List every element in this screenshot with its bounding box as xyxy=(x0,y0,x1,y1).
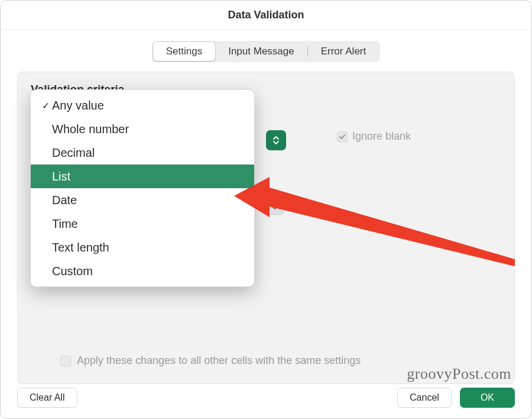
allow-option-custom[interactable]: Custom xyxy=(31,259,254,283)
apply-changes-label: Apply these changes to all other cells w… xyxy=(77,354,361,367)
allow-option-label: List xyxy=(52,170,70,183)
allow-option-decimal[interactable]: Decimal xyxy=(31,141,254,165)
tab-error-alert[interactable]: Error Alert xyxy=(308,42,379,61)
allow-option-text-length[interactable]: Text length xyxy=(31,236,254,259)
tab-settings[interactable]: Settings xyxy=(153,42,215,61)
allow-option-list[interactable]: List xyxy=(31,165,254,188)
check-icon: ✓ xyxy=(39,100,52,111)
clear-all-button[interactable]: Clear All xyxy=(17,388,77,408)
ignore-blank-checkbox-row[interactable]: Ignore blank xyxy=(337,130,411,143)
allow-option-label: Time xyxy=(52,217,78,231)
allow-dropdown-menu[interactable]: ✓ Any value Whole number Decimal List Da… xyxy=(30,89,255,287)
allow-option-label: Date xyxy=(52,194,77,207)
tablist: Settings Input Message Error Alert xyxy=(152,41,380,62)
allow-option-date[interactable]: Date xyxy=(31,188,254,212)
tab-input-message[interactable]: Input Message xyxy=(215,42,307,61)
allow-option-whole-number[interactable]: Whole number xyxy=(31,117,254,141)
allow-option-label: Whole number xyxy=(52,123,129,136)
allow-option-time[interactable]: Time xyxy=(31,212,254,236)
allow-select-collapsed-right-edge xyxy=(266,130,286,150)
allow-option-label: Any value xyxy=(52,99,104,112)
allow-option-label: Text length xyxy=(52,241,109,254)
titlebar: Data Validation xyxy=(1,1,531,30)
watermark-text: groovyPost.com xyxy=(407,365,511,383)
dialog-footer: Clear All Cancel OK xyxy=(17,388,515,408)
data-select-collapsed-right-edge xyxy=(266,197,284,215)
allow-option-any-value[interactable]: ✓ Any value xyxy=(31,94,254,117)
footer-right-group: Cancel OK xyxy=(397,388,515,408)
cancel-button[interactable]: Cancel xyxy=(397,388,452,408)
apply-changes-row[interactable]: Apply these changes to all other cells w… xyxy=(60,354,361,367)
tabstrip: Settings Input Message Error Alert xyxy=(17,41,515,62)
allow-option-label: Custom xyxy=(52,265,93,278)
chevron-updown-icon xyxy=(272,202,278,210)
check-icon xyxy=(339,133,346,140)
allow-option-label: Decimal xyxy=(52,146,95,160)
ignore-blank-checkbox[interactable] xyxy=(337,131,348,142)
chevron-updown-icon xyxy=(273,136,280,145)
ok-button[interactable]: OK xyxy=(460,388,515,408)
ignore-blank-label: Ignore blank xyxy=(352,130,411,143)
dialog-title: Data Validation xyxy=(228,9,304,21)
apply-changes-checkbox[interactable] xyxy=(60,356,71,366)
data-validation-dialog: Data Validation Settings Input Message E… xyxy=(0,0,532,419)
